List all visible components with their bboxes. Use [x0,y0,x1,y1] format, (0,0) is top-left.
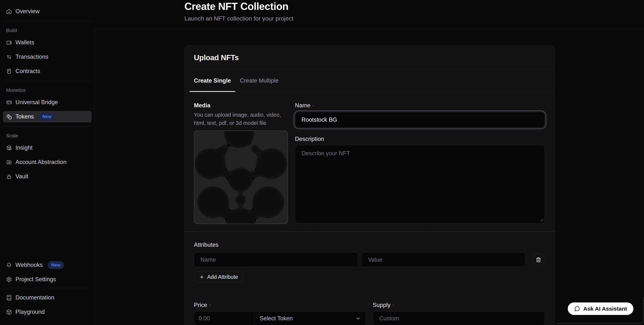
sidebar: Overview Build Wallets Transactions Cont… [0,0,94,325]
tab-create-single[interactable]: Create Single [190,70,235,91]
sidebar-item-label: Project Settings [16,276,56,283]
token-select-button[interactable]: Select Token [254,312,366,325]
wallet-icon [6,40,12,45]
sidebar-divider [3,81,91,81]
sidebar-item-vault[interactable]: Vault [3,171,92,182]
sidebar-section-build: Build [6,27,94,33]
required-marker: * [313,105,314,108]
sidebar-item-insight[interactable]: Insight [3,142,92,154]
new-badge: New [48,261,64,269]
name-label: Name [295,102,310,109]
sidebar-item-playground[interactable]: Playground [3,306,92,318]
sidebar-item-label: Documentation [16,294,54,301]
cube-icon [6,309,12,315]
media-section: Media You can upload image, audio, video… [194,102,288,224]
page-title: Create NFT Collection [184,0,644,12]
cube-search-icon [6,145,12,151]
sidebar-item-label: Wallets [16,39,34,46]
sidebar-item-label: Vault [16,173,28,180]
sidebar-item-label: Overview [16,8,40,15]
sidebar-item-overview[interactable]: Overview [3,5,92,17]
sidebar-divider [3,126,91,127]
required-marker: * [210,304,210,308]
attribute-row [194,252,545,267]
contract-icon [6,68,12,74]
book-icon [6,295,12,301]
page-content: Upload NFTs Create Single Create Multipl… [94,29,644,325]
sidebar-item-label: Transactions [16,53,48,60]
card-header: Upload NFTs [184,46,554,70]
price-field: Price* Select Token [194,302,366,325]
sidebar-item-contracts[interactable]: Contracts [3,65,92,77]
sidebar-item-webhooks[interactable]: Webhooks New [3,259,92,271]
chat-bubble-icon [574,306,580,312]
attribute-value-input[interactable] [362,252,526,267]
sidebar-spacer [0,185,94,259]
upload-nfts-card: Upload NFTs Create Single Create Multipl… [184,45,554,325]
delete-attribute-button[interactable] [532,253,545,266]
nft-form: Media You can upload image, audio, video… [184,92,554,325]
sidebar-item-label: Universal Bridge [16,99,58,106]
description-label: Description [295,136,324,142]
home-icon [6,8,12,14]
coins-icon [6,114,12,120]
sidebar-divider [3,21,91,21]
details-section: Name* Description [295,102,545,224]
sidebar-item-label: Insight [16,144,32,151]
sidebar-item-tokens[interactable]: Tokens New [3,111,92,122]
sidebar-item-label: Contracts [16,68,40,74]
sidebar-item-label: Webhooks [16,262,43,268]
sidebar-bottom: Webhooks New Project Settings Documentat… [0,259,94,325]
resize-grip-icon[interactable] [539,217,543,221]
page-header: Create NFT Collection Launch an NFT coll… [94,0,644,29]
media-preview-blob-pattern [194,131,288,224]
sidebar-item-transactions[interactable]: Transactions [3,51,92,63]
tab-create-multiple[interactable]: Create Multiple [235,70,283,91]
ask-ai-assistant-button[interactable]: Ask AI Assistant [568,303,633,315]
app-root: Overview Build Wallets Transactions Cont… [0,0,644,325]
attribute-name-input[interactable] [194,252,358,267]
add-attribute-button[interactable]: Add Attribute [194,271,244,283]
price-supply-row: Price* Select Token Supply* [194,302,545,325]
chevron-down-icon [356,316,361,321]
price-amount-input[interactable] [194,312,254,325]
media-hint: You can upload image, audio, video, html… [194,111,284,127]
required-marker: * [393,304,394,308]
sidebar-section-monetize: Monetize [6,87,94,93]
description-textarea[interactable] [295,145,545,223]
main-area: Create NFT Collection Launch an NFT coll… [94,0,644,325]
add-attribute-label: Add Attribute [207,274,238,280]
card-title: Upload NFTs [194,53,239,62]
sidebar-item-documentation[interactable]: Documentation [3,292,92,303]
media-upload-dropzone[interactable] [194,130,288,224]
sidebar-item-wallets[interactable]: Wallets [3,37,92,48]
attributes-label: Attributes [194,242,545,248]
sidebar-item-label: Playground [16,309,45,315]
new-badge: New [39,113,55,121]
supply-input[interactable] [373,312,545,325]
sidebar-item-universal-bridge[interactable]: Universal Bridge [3,96,92,108]
lock-icon [6,174,12,179]
trash-icon [536,257,541,263]
plus-icon [199,275,204,280]
page-subtitle: Launch an NFT collection for your projec… [184,15,644,22]
token-select-label: Select Token [260,315,293,322]
sidebar-section-scale: Scale [6,133,94,139]
supply-label: Supply [373,302,390,309]
name-input[interactable] [295,112,545,128]
price-input-group: Select Token [194,312,366,325]
sidebar-item-label: Tokens [16,113,34,120]
tab-bar: Create Single Create Multiple [184,70,554,92]
sidebar-item-account-abstraction[interactable]: Account Abstraction [3,156,92,168]
section-divider-dashed [184,232,554,232]
sidebar-item-label: Account Abstraction [16,159,66,165]
ask-ai-assistant-label: Ask AI Assistant [583,306,627,312]
bell-icon [6,262,12,268]
price-label: Price [194,302,207,309]
sidebar-item-project-settings[interactable]: Project Settings [3,274,92,285]
credit-card-icon [6,99,12,105]
gear-icon [6,277,12,282]
media-label: Media [194,102,288,109]
transactions-icon [6,54,12,60]
folder-icon [6,159,12,165]
